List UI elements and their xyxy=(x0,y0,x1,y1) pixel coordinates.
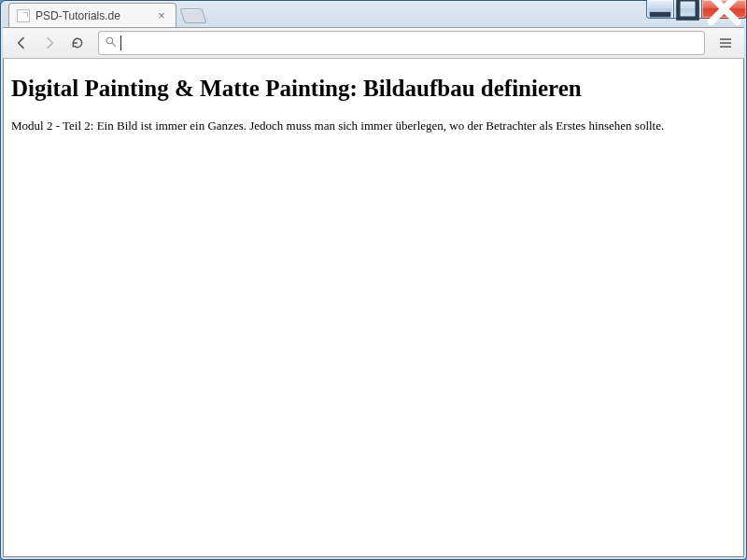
tab-title: PSD-Tutorials.de xyxy=(35,9,149,22)
page-viewport: Digital Painting & Matte Painting: Bilda… xyxy=(3,59,744,557)
window-minimize-button[interactable] xyxy=(646,0,674,19)
page-content-scroll[interactable]: Digital Painting & Matte Painting: Bilda… xyxy=(4,59,743,556)
page-paragraph: Modul 2 - Teil 2: Ein Bild ist immer ein… xyxy=(11,118,736,134)
page-heading: Digital Painting & Matte Painting: Bilda… xyxy=(11,76,736,103)
back-button[interactable] xyxy=(8,31,35,55)
chrome-menu-button[interactable] xyxy=(712,31,739,55)
tab-close-button[interactable]: × xyxy=(155,9,168,22)
svg-point-2 xyxy=(106,37,113,44)
window-controls xyxy=(646,0,747,19)
address-input[interactable] xyxy=(121,33,698,53)
reload-button[interactable] xyxy=(64,31,91,55)
browser-toolbar xyxy=(3,27,744,59)
svg-rect-4 xyxy=(720,38,731,39)
svg-rect-0 xyxy=(650,11,670,17)
svg-rect-1 xyxy=(678,0,697,19)
browser-window: PSD-Tutorials.de × Digital Painting & Ma… xyxy=(0,0,747,560)
browser-tab-active[interactable]: PSD-Tutorials.de × xyxy=(8,3,176,27)
search-icon xyxy=(105,35,117,51)
window-maximize-button[interactable] xyxy=(674,0,702,19)
window-close-button[interactable] xyxy=(702,0,747,19)
forward-button[interactable] xyxy=(36,31,63,55)
svg-line-3 xyxy=(112,43,115,46)
file-icon xyxy=(17,9,30,22)
svg-rect-5 xyxy=(720,42,731,43)
new-tab-button[interactable] xyxy=(179,8,206,23)
svg-rect-6 xyxy=(720,46,731,47)
address-bar[interactable] xyxy=(98,31,705,55)
